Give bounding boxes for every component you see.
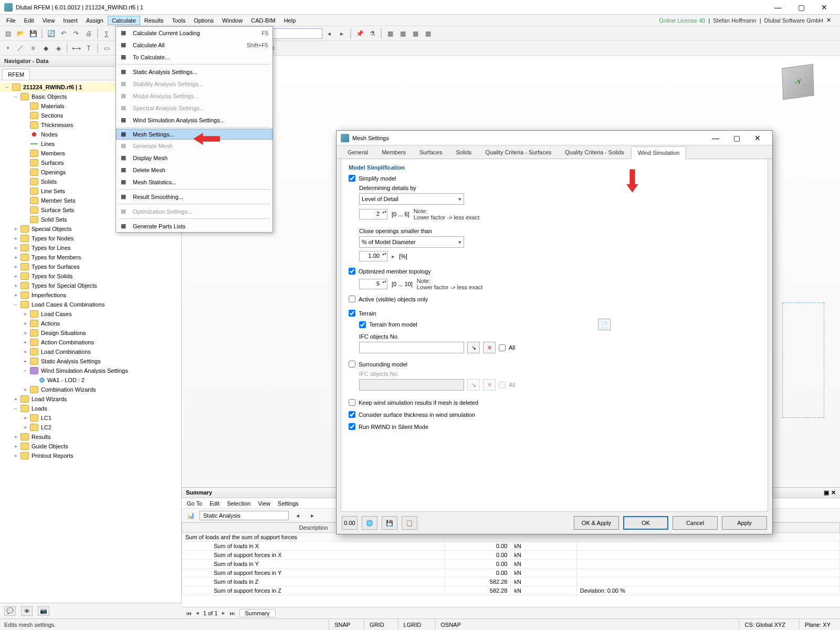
nav-lcc[interactable]: Load Cases & Combinations (30, 301, 104, 308)
prev-lc-icon[interactable]: ◂ (323, 28, 335, 39)
nav-basic-item[interactable]: Member Sets (40, 197, 75, 204)
chk-terrain[interactable] (349, 310, 355, 317)
input-ifc-no[interactable] (359, 342, 464, 353)
summary-pin-icon[interactable]: ▣ (824, 489, 829, 496)
nav-types-item[interactable]: Types for Special Objects (30, 282, 97, 289)
nav-types-item[interactable]: Types for Members (30, 254, 81, 260)
nav-tail-item[interactable]: Guide Objects (30, 443, 68, 449)
nav-types-item[interactable]: Types for Lines (30, 245, 71, 251)
sum-menu-settings[interactable]: Settings (278, 500, 299, 507)
btn-cancel[interactable]: Cancel (673, 516, 718, 530)
nav-basic-item[interactable]: Line Sets (40, 188, 65, 194)
nav-types-item[interactable]: Types for Surfaces (30, 264, 80, 270)
btn-ok[interactable]: OK (623, 516, 668, 530)
close-button[interactable]: ✕ (813, 0, 836, 15)
foot-import-icon[interactable]: 🌐 (362, 516, 377, 530)
nav-lcc-item[interactable]: Design Situations (40, 330, 86, 336)
menu-calculate[interactable]: Calculate (108, 16, 140, 25)
nav-basic-item[interactable]: Materials (40, 103, 65, 109)
chk-keep-results[interactable] (349, 399, 355, 406)
nav-basic-item[interactable]: Lines (40, 141, 55, 147)
summary-close-icon[interactable]: ✕ (831, 489, 836, 496)
chk-silent-mode[interactable] (349, 423, 355, 430)
solid-tool-icon[interactable]: ◈ (52, 43, 64, 54)
calc-menu-item[interactable]: ▦Mesh Statistics... (116, 176, 272, 188)
pager-tab-summary[interactable]: Summary (239, 609, 276, 617)
dim-tool-icon[interactable]: ⟷ (70, 43, 82, 54)
grid-b-icon[interactable]: ▦ (397, 28, 408, 39)
nav-basic-objects[interactable]: Basic Objects (30, 93, 67, 100)
calc-menu-item[interactable]: ▦Calculate AllShift+F5 (116, 39, 272, 51)
sum-next-icon[interactable]: ▸ (307, 510, 318, 521)
nav-basic-item[interactable]: Openings (40, 169, 66, 175)
sum-analysis-select[interactable]: Static Analysis (200, 511, 289, 520)
grid-c-icon[interactable]: ▦ (410, 28, 421, 39)
foot-save-icon[interactable]: 💾 (382, 516, 397, 530)
nav-types-item[interactable]: Imperfections (30, 292, 66, 298)
tab-surfaces[interactable]: Surfaces (413, 146, 449, 159)
chk-all-ifc[interactable] (499, 344, 506, 351)
calc-menu-item[interactable]: ▦Calculate Current LoadingF5 (116, 27, 272, 39)
spin-opt[interactable]: 5▴▾ (359, 279, 387, 289)
clear-icon[interactable]: ✕ (483, 342, 496, 353)
pager-last-icon[interactable]: ⏭ (229, 610, 235, 616)
tab-wind-simulation[interactable]: Wind Simulation (631, 146, 686, 159)
chk-terrain-from-model[interactable] (359, 321, 366, 328)
undo-icon[interactable]: ↶ (58, 28, 69, 39)
sync-icon[interactable]: 🔄 (45, 28, 57, 39)
select-pct-model-diameter[interactable]: % of Model Diameter▾ (359, 236, 464, 248)
nav-cube[interactable] (782, 66, 824, 108)
member-tool-icon[interactable]: ≡ (27, 43, 39, 54)
nav-types-item[interactable]: Types for Solids (30, 273, 72, 279)
calc-menu-item[interactable]: ▦Static Analysis Settings... (116, 66, 272, 78)
calc-menu-item[interactable]: ▦To Calculate... (116, 51, 272, 63)
nav-lcc-item[interactable]: Static Analysis Settings (40, 358, 101, 364)
chk-consider-thickness[interactable] (349, 411, 355, 418)
menu-window[interactable]: Window (218, 16, 247, 25)
nav-tail-item[interactable]: Results (30, 434, 51, 440)
nav-basic-item[interactable]: Thicknesses (40, 122, 73, 128)
nav-lcc-item[interactable]: Load Cases (40, 311, 72, 317)
foot-copy-icon[interactable]: 📋 (402, 516, 417, 530)
menu-results[interactable]: Results (140, 16, 168, 25)
calc-menu-item[interactable]: ▦Generate Parts Lists (116, 220, 272, 232)
status-lgrid[interactable]: LGRID (398, 619, 427, 630)
node-tool-icon[interactable]: • (2, 43, 14, 54)
menu-view[interactable]: View (38, 16, 59, 25)
nav-basic-item[interactable]: Sections (40, 112, 63, 119)
nav-lcc-item[interactable]: Load Combinations (40, 349, 91, 355)
pick-icon[interactable]: ↘ (467, 342, 480, 353)
calc-menu-item[interactable]: ▦Wind Simulation Analysis Settings... (116, 114, 272, 126)
status-osnap[interactable]: OSNAP (435, 619, 466, 630)
menu-help[interactable]: Help (280, 16, 300, 25)
tab-solids[interactable]: Solids (449, 146, 478, 159)
tab-qc-solids[interactable]: Quality Criteria - Solids (558, 146, 631, 159)
chk-active-only[interactable] (349, 296, 355, 302)
pager-next-icon[interactable]: ▸ (222, 610, 225, 616)
nav-wind-settings[interactable]: Wind Simulation Analysis Settings (40, 368, 128, 374)
maximize-button[interactable]: ▢ (790, 0, 813, 15)
inner-close-icon[interactable]: ✕ (826, 17, 838, 24)
select-icon[interactable]: ▭ (101, 43, 112, 54)
menu-options[interactable]: Options (190, 16, 218, 25)
menu-cad-bim[interactable]: CAD-BIM (247, 16, 279, 25)
camera-icon[interactable]: 📷 (38, 606, 49, 616)
pager-first-icon[interactable]: ⏮ (186, 610, 192, 616)
nav-types-item[interactable]: Types for Nodes (30, 235, 74, 242)
nav-lcc-item[interactable]: Action Combinations (40, 339, 94, 345)
tab-qc-surfaces[interactable]: Quality Criteria - Surfaces (478, 146, 558, 159)
minimize-button[interactable]: — (766, 0, 790, 15)
nav-lc2[interactable]: LC2 (40, 424, 51, 430)
menu-edit[interactable]: Edit (20, 16, 38, 25)
nav-comb-wiz[interactable]: Combination Wizards (40, 386, 96, 393)
save-icon[interactable]: 💾 (27, 28, 39, 39)
select-level-of-detail[interactable]: Level of Detail▾ (359, 193, 464, 205)
dialog-minimize-icon[interactable]: — (705, 131, 726, 145)
nav-basic-item[interactable]: Nodes (40, 131, 58, 138)
calc-icon[interactable]: ∑ (101, 28, 112, 39)
sum-menu-view[interactable]: View (258, 500, 270, 507)
sum-menu-goto[interactable]: Go To (187, 500, 202, 507)
new-icon[interactable]: ▤ (2, 28, 14, 39)
chk-optimized-topology[interactable] (349, 268, 355, 275)
print-icon[interactable]: 🖨 (83, 28, 94, 39)
